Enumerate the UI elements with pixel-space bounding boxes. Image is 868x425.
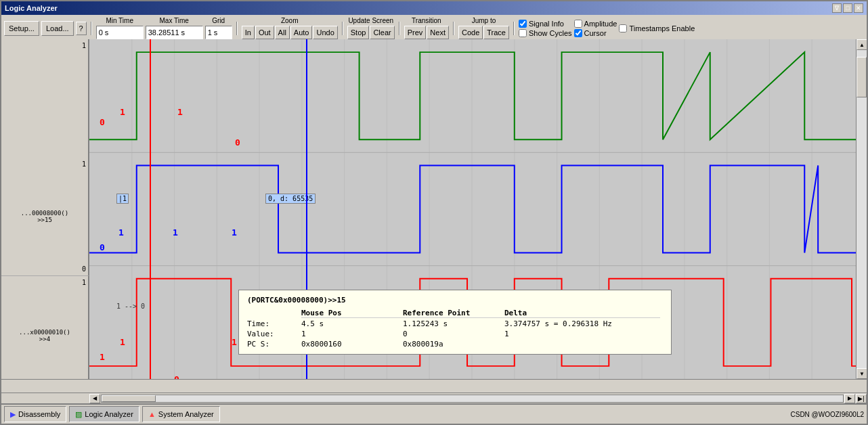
- tooltip-value-label: Value:: [247, 330, 301, 338]
- help-button[interactable]: ?: [76, 22, 87, 35]
- min-time-group: Min Time: [96, 17, 144, 39]
- scroll-right-button[interactable]: ▶: [844, 394, 855, 403]
- scroll-down-button[interactable]: ▼: [856, 368, 867, 379]
- system-analyzer-tab[interactable]: ▲ System Analyzer: [142, 406, 220, 422]
- tooltip-table: Mouse Pos Reference Point Delta Time: 4.…: [247, 309, 663, 349]
- setup-button[interactable]: Setup...: [4, 21, 39, 36]
- show-cycles-checkbox-group: Show Cycles: [519, 29, 572, 37]
- show-cycles-checkbox[interactable]: [519, 29, 527, 37]
- tooltip-pcs-ref: 0x800019a: [403, 340, 504, 349]
- logic-analyzer-label: Logic Analyzer: [85, 410, 133, 418]
- sig2-val-1c: 1: [232, 227, 237, 238]
- title-bar: Logic Analyzer ∇ □ ✕: [1, 1, 867, 15]
- arrow-annotation: 1 --> 0: [116, 303, 145, 310]
- max-time-group: Max Time: [146, 17, 203, 39]
- tooltip-title: (PORTC&0x00008000)>>15: [247, 296, 663, 305]
- load-button[interactable]: Load...: [41, 21, 74, 36]
- min-time-input[interactable]: [96, 26, 144, 39]
- logic-analyzer-icon: ▨: [75, 410, 82, 419]
- scroll-h-track[interactable]: [101, 395, 844, 403]
- zoom-undo-button[interactable]: Undo: [313, 26, 337, 39]
- transition-group: Transition Prev Next: [404, 17, 449, 39]
- horizontal-scrollbar: ◀ ▶ ▶|: [1, 393, 867, 403]
- main-area: 1 ...x00000200() >>9 0 1 ...00008000(): [1, 39, 867, 424]
- code-button[interactable]: Code: [458, 26, 483, 39]
- scroll-v-thumb[interactable]: [856, 57, 867, 97]
- signal-low-2: 0: [3, 265, 86, 273]
- zoom-group: Zoom In Out All Auto Undo: [242, 17, 338, 39]
- signal-info-label: Signal Info: [529, 20, 564, 28]
- timestamps-checkbox-group: Timestamps Enable: [619, 24, 695, 32]
- right-scrollbar: ▲ ▼: [856, 39, 867, 379]
- signal-high-3: 1: [3, 279, 86, 286]
- max-time-input[interactable]: [146, 26, 203, 39]
- tooltip-pcs-mouse: 0x8000160: [301, 340, 403, 349]
- amplitude-checkbox-group: Amplitude: [574, 20, 617, 28]
- disassembly-tab[interactable]: ▶ Disassembly: [4, 406, 66, 422]
- cursor-checkbox[interactable]: [574, 29, 582, 37]
- timestamps-checkbox[interactable]: [619, 24, 627, 32]
- update-stop-button[interactable]: Stop: [347, 26, 370, 39]
- next-button[interactable]: Next: [427, 26, 449, 39]
- tooltip-h2: Reference Point: [403, 309, 504, 318]
- reference-cursor: [150, 39, 151, 379]
- update-group: Update Screen Stop Clear: [347, 17, 395, 39]
- logic-analyzer-tab[interactable]: ▨ Logic Analyzer: [69, 406, 139, 422]
- main-window: Logic Analyzer ∇ □ ✕ Setup... Load... ? …: [0, 0, 868, 425]
- tooltip-h0: [247, 309, 301, 318]
- tooltip-value-ref: 0: [403, 330, 504, 338]
- sig2-val-1b: 1: [173, 227, 178, 238]
- sig3-val-1c: 1: [232, 337, 237, 347]
- tooltip-time-label: Time:: [247, 319, 301, 328]
- tooltip-pcs-label: PC S:: [247, 340, 301, 349]
- amplitude-checkbox[interactable]: [574, 20, 582, 28]
- tooltip-h3: Delta: [504, 309, 660, 318]
- signal-label-2: 1 ...00008000() >>15 0: [1, 158, 89, 276]
- waveform-area[interactable]: 1 ...x00000200() >>9 0 1 ...00008000(): [1, 39, 867, 379]
- scroll-h-thumb[interactable]: [102, 395, 156, 402]
- system-analyzer-icon: ▲: [148, 410, 156, 418]
- tooltip-time-delta: 3.374757 s = 0.296318 Hz: [504, 319, 660, 328]
- signal-high-2: 1: [3, 160, 86, 168]
- separator-5: [453, 22, 454, 35]
- sig1-val-1a: 1: [120, 107, 125, 117]
- zoom-out-button[interactable]: Out: [255, 26, 274, 39]
- close-button[interactable]: ✕: [854, 3, 863, 13]
- signal-high-1: 1: [3, 42, 86, 49]
- scroll-up-button[interactable]: ▲: [856, 39, 867, 50]
- trace-button[interactable]: Trace: [483, 26, 509, 39]
- data-label-1: 0, d: 65535: [265, 194, 316, 204]
- sig3-val-1a: 1: [100, 352, 105, 362]
- options-group-2: Amplitude Cursor: [574, 20, 617, 37]
- tooltip-h1: Mouse Pos: [301, 309, 403, 318]
- prev-button[interactable]: Prev: [404, 26, 427, 39]
- maximize-button[interactable]: □: [843, 3, 852, 13]
- tooltip-value-mouse: 1: [301, 330, 403, 338]
- scroll-v-track[interactable]: [856, 50, 867, 368]
- separator-2: [236, 22, 238, 35]
- grid-input[interactable]: [205, 26, 232, 39]
- update-clear-button[interactable]: Clear: [370, 26, 394, 39]
- system-analyzer-label: System Analyzer: [158, 410, 214, 418]
- tooltip-pcs-delta: [504, 340, 660, 349]
- options-group-3: Timestamps Enable: [619, 24, 695, 32]
- scroll-left-button[interactable]: ◀: [89, 394, 100, 403]
- taskbar: ▶ Disassembly ▨ Logic Analyzer ▲ System …: [1, 403, 867, 424]
- zoom-in-button[interactable]: In: [242, 26, 255, 39]
- tooltip-time-ref: 1.125243 s: [403, 319, 504, 328]
- minimize-button[interactable]: ∇: [832, 3, 842, 13]
- scroll-end-button[interactable]: ▶|: [856, 394, 867, 403]
- sig2-val-0: 0: [100, 242, 105, 252]
- timeline-ruler: 0 s 1.125243 s 4.5 s, d: 3.374757 s 9 s …: [1, 379, 867, 393]
- sig1-val-0b: 0: [235, 137, 240, 148]
- show-cycles-label: Show Cycles: [529, 29, 572, 37]
- sig2-val-1a: 1: [118, 227, 124, 238]
- zoom-auto-button[interactable]: Auto: [290, 26, 313, 39]
- zoom-all-button[interactable]: All: [275, 26, 290, 39]
- grid-group: Grid: [205, 17, 232, 39]
- separator-4: [399, 22, 400, 35]
- signal-info-checkbox[interactable]: [519, 20, 527, 28]
- jump-group: Jump to Code Trace: [458, 17, 509, 39]
- cursor-label: Cursor: [584, 29, 607, 37]
- separator-6: [513, 22, 515, 35]
